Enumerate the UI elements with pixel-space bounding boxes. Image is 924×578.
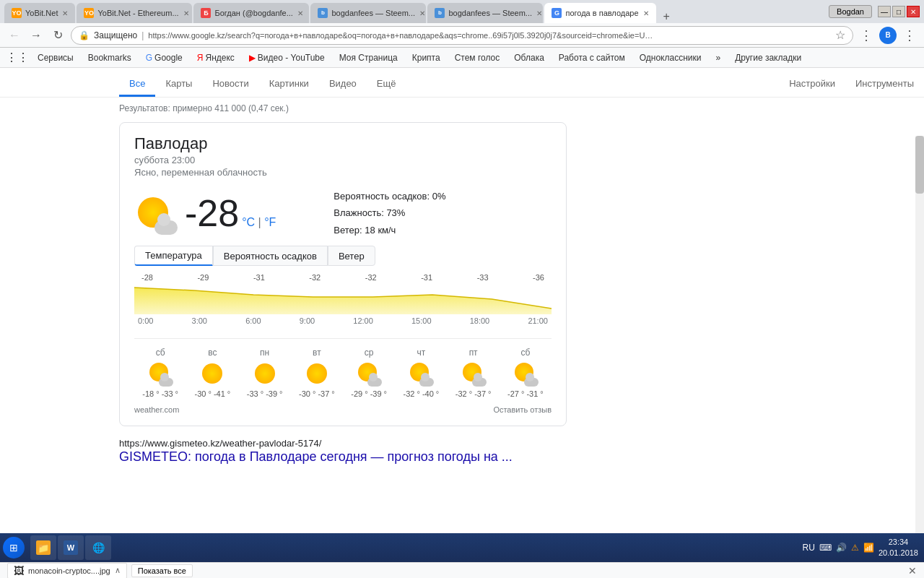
bookmark-others[interactable]: Другие закладки	[729, 51, 807, 64]
forecast-day-6[interactable]: пт-32 ° -37 °	[448, 348, 500, 398]
show-all-downloads-button[interactable]: Показать все	[131, 564, 193, 577]
search-nav-maps[interactable]: Карты	[155, 72, 202, 97]
forecast-day-name-6: пт	[469, 348, 478, 358]
forecast-day-name-0: сб	[156, 348, 165, 358]
forecast-day-7[interactable]: сб-27 ° -31 °	[500, 348, 552, 398]
tray-volume-icon[interactable]: 🔊	[836, 543, 847, 553]
bookmark-stemgolos[interactable]: Стем голос	[449, 51, 506, 64]
forecast-day-2[interactable]: пн-33 ° -39 °	[239, 348, 291, 398]
celsius-link[interactable]: °C	[242, 216, 255, 228]
tab-bogdanfees1[interactable]: b bogdanfees — Steem... ✕	[310, 3, 426, 23]
apps-icon[interactable]: ⋮⋮	[6, 51, 29, 64]
tab-yobit1[interactable]: YO YoBit.Net ✕	[4, 3, 75, 23]
forecast-day-name-4: ср	[365, 348, 374, 358]
tab-close-6[interactable]: ✕	[643, 9, 649, 17]
tab-close-5[interactable]: ✕	[536, 9, 542, 17]
downloads-area: 🖼 monacoin-cryptoc....jpg ∧ Показать все	[7, 563, 193, 579]
tab-wind[interactable]: Ветер	[328, 246, 375, 266]
forecast-day-1[interactable]: вс-30 ° -41 °	[186, 348, 238, 398]
bookmark-youtube[interactable]: ▶Видео - YouTube	[243, 51, 331, 64]
user-button[interactable]: Bogdan	[829, 5, 872, 18]
bookmark-mypage[interactable]: Моя Страница	[334, 51, 404, 64]
download-filename: monacoin-cryptoc....jpg	[28, 566, 110, 575]
bookmark-google[interactable]: GGoogle	[140, 51, 188, 64]
forecast-day-5[interactable]: чт-32 ° -40 °	[395, 348, 447, 398]
chart-temp-4: -32	[365, 273, 377, 282]
forward-button[interactable]: →	[27, 27, 45, 44]
search-nav-video[interactable]: Видео	[319, 72, 367, 97]
search-nav-more[interactable]: Ещё	[367, 72, 406, 97]
result-title[interactable]: GISMETEO: погода в Павлодаре сегодня — п…	[119, 449, 924, 465]
reload-button[interactable]: ↻	[49, 27, 66, 44]
menu-button[interactable]: ⋮	[901, 27, 918, 44]
bookmark-yandex[interactable]: ЯЯндекс	[191, 51, 240, 64]
bookmark-oblaka[interactable]: Облака	[508, 51, 550, 64]
close-button[interactable]: ✕	[907, 6, 920, 17]
forecast-day-0[interactable]: сб-18 ° -33 °	[134, 348, 186, 398]
tab-close-1[interactable]: ✕	[62, 9, 68, 17]
taskbar-chrome[interactable]: 🌐	[85, 535, 111, 560]
file-explorer-icon: 📁	[36, 540, 51, 555]
search-nav-images[interactable]: Картинки	[259, 72, 319, 97]
tab-bogdanfees2[interactable]: b bogdanfees — Steem... ✕	[427, 3, 543, 23]
fahrenheit-link[interactable]: °F	[264, 216, 276, 228]
bookmark-kripta[interactable]: Крипта	[406, 51, 446, 64]
bookmark-ok[interactable]: Одноклассники	[634, 51, 707, 64]
maximize-button[interactable]: □	[892, 6, 905, 17]
weather-main-row: -28 °C | °F Вероятность осадков: 0% Влаж…	[134, 188, 552, 238]
chart-temp-7: -36	[533, 273, 544, 282]
tray-keyboard-icon[interactable]: ⌨	[819, 543, 832, 553]
tray-warning-icon[interactable]: ⚠	[851, 543, 859, 553]
forecast-day-3[interactable]: вт-30 ° -37 °	[291, 348, 343, 398]
tab-close-4[interactable]: ✕	[419, 9, 425, 17]
tab-bogdan1[interactable]: Б Богдан (@bogdanfe... ✕	[193, 3, 309, 23]
bookmark-more[interactable]: »	[710, 51, 726, 64]
tab-temperature[interactable]: Температура	[134, 246, 213, 266]
extensions-button[interactable]: ⋮	[858, 27, 875, 44]
close-downloads-button[interactable]: ✕	[908, 565, 917, 577]
search-nav-news[interactable]: Новости	[202, 72, 258, 97]
scrollbar-track[interactable]	[915, 136, 924, 562]
search-nav-all[interactable]: Все	[119, 72, 155, 97]
scrollbar-thumb[interactable]	[915, 136, 924, 194]
tab-close-3[interactable]: ✕	[297, 9, 303, 17]
forecast-temps-4: -29 ° -39 °	[351, 389, 387, 398]
taskbar-word[interactable]: W	[58, 535, 84, 560]
weather-feedback-link[interactable]: Оставить отзыв	[493, 405, 552, 414]
humidity-info: Влажность: 73%	[334, 204, 445, 221]
minimize-button[interactable]: —	[878, 6, 891, 17]
forecast-icon-7	[513, 361, 539, 387]
tab-close-2[interactable]: ✕	[183, 9, 189, 17]
search-nav-settings[interactable]: Настройки	[779, 72, 845, 97]
tab-favicon-1: YO	[12, 8, 22, 18]
profile-button[interactable]: B	[879, 27, 897, 44]
back-button[interactable]: ←	[6, 27, 23, 44]
bookmark-servisy[interactable]: Сервисы	[32, 51, 79, 64]
star-icon[interactable]: ☆	[835, 28, 845, 42]
forecast-day-4[interactable]: ср-29 ° -39 °	[343, 348, 395, 398]
tab-favicon-6: G	[552, 8, 562, 18]
weather-source-link[interactable]: weather.com	[134, 405, 179, 414]
tab-yobit2[interactable]: YO YoBit.Net - Ethereum... ✕	[77, 3, 192, 23]
secure-label: Защищено	[94, 30, 137, 40]
search-nav-tools[interactable]: Инструменты	[845, 72, 924, 97]
start-button[interactable]: ⊞	[3, 537, 25, 558]
bookmark-workonsite[interactable]: Работа с сайтом	[553, 51, 631, 64]
address-bar: ← → ↻ 🔒 Защищено | https://www.google.kz…	[0, 23, 924, 48]
chart-time-6: 18:00	[470, 316, 490, 325]
tab-precipitation[interactable]: Вероятность осадков	[213, 246, 328, 266]
new-tab-button[interactable]: +	[658, 10, 676, 23]
tray-network-icon[interactable]: 📶	[863, 543, 874, 553]
tab-google-weather[interactable]: G погода в павлодаре ✕	[544, 3, 655, 23]
weather-chart: -28 -29 -31 -32 -32 -31 -33 -36	[134, 273, 552, 331]
chart-temp-2: -31	[253, 273, 265, 282]
forecast-temps-1: -30 ° -41 °	[194, 389, 230, 398]
bookmark-bookmarks[interactable]: Bookmarks	[82, 51, 137, 64]
download-chevron-icon[interactable]: ∧	[115, 566, 121, 575]
forecast-temps-2: -33 ° -39 °	[247, 389, 283, 398]
taskbar-file-explorer[interactable]: 📁	[30, 535, 56, 560]
tray-time-value: 23:34	[879, 537, 918, 548]
wind-info: Ветер: 18 км/ч	[334, 222, 445, 238]
cloud-icon	[154, 220, 178, 235]
address-input[interactable]: 🔒 Защищено | https://www.google.kz/searc…	[71, 26, 853, 45]
